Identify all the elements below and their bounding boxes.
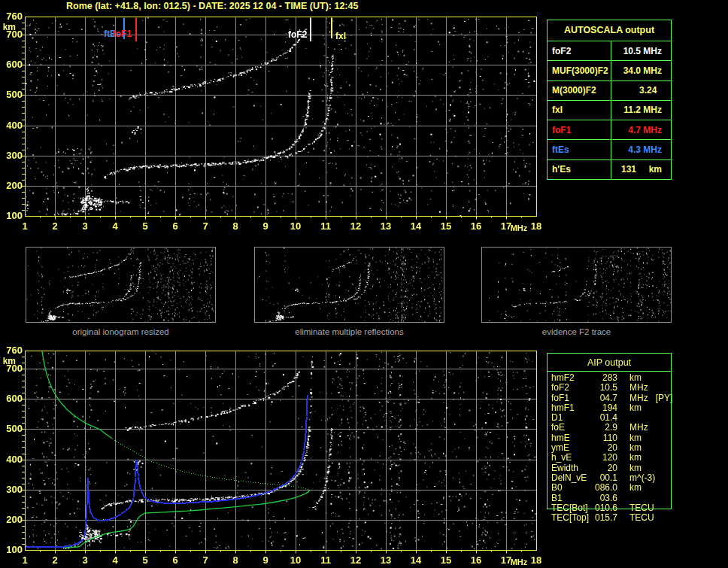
thumbnail-evidence-f2-trace: [481, 247, 672, 323]
aip-row-label: TEC[Bot]: [551, 503, 593, 513]
y-tick-label: 200: [0, 181, 23, 191]
aip-row-value: 20: [593, 463, 617, 473]
aip-row-label: DelN_vE: [551, 473, 593, 483]
autoscala-row-value: 34.0 MHz: [611, 61, 671, 80]
autoscala-row-value: 11.2 MHz: [611, 101, 671, 120]
y-tick-label: 400: [0, 454, 23, 465]
x-tick-label: 10: [284, 220, 307, 232]
thumbnail-caption: evidence F2 trace: [481, 327, 672, 336]
x-axis-unit-label: MHz: [505, 557, 532, 566]
y-tick-label: 600: [0, 59, 23, 70]
y-tick-label: 300: [0, 484, 23, 495]
y-tick-label: 100: [0, 545, 23, 555]
aip-row-unit: km: [629, 433, 642, 443]
aip-row-value: 015.7: [593, 513, 617, 523]
aip-row-value: 04.7: [593, 393, 617, 403]
thumbnail-caption: original ionogram resized: [26, 327, 216, 336]
aip-row-value: 086.0: [593, 483, 617, 493]
aip-row-label: TEC[Top]: [551, 513, 593, 523]
aip-row-value: 283: [593, 373, 617, 383]
x-tick-label: 5: [134, 220, 156, 232]
aip-row-label: ymE: [551, 443, 593, 453]
y-tick-label: 700: [0, 29, 23, 40]
aip-row-value: 03.6: [593, 494, 617, 503]
x-tick-label: 2: [44, 554, 66, 566]
aip-row-hmF1: hmF1194km: [551, 403, 670, 413]
y-axis-unit-label: km: [0, 356, 16, 366]
x-tick-label: 9: [254, 554, 277, 566]
aip-row-label: foE: [551, 423, 593, 433]
aip-row-unit: km: [629, 463, 642, 473]
x-tick-label: 3: [74, 220, 96, 232]
aip-row-unit: TECU: [629, 513, 654, 523]
x-tick-label: 14: [405, 554, 427, 566]
aip-table-rows: hmF2283kmfoF210.5MHzfoF104.7MHz[PY]hmF11…: [551, 373, 670, 523]
aip-row-unit: km: [629, 453, 642, 463]
x-tick-label: 18: [525, 220, 548, 232]
aip-row-label: B1: [551, 494, 593, 503]
x-tick-label: 2: [44, 220, 66, 232]
aip-row-label: hmF1: [551, 403, 593, 413]
autoscala-row-foF1: foF14.7 MHz: [548, 120, 671, 139]
x-tick-label: 13: [375, 554, 397, 566]
bottom-ionogram-plot: [20, 351, 539, 554]
x-tick-label: 8: [224, 554, 247, 566]
page-title: Rome (lat: +41.8, lon: 012.5) - DATE: 20…: [66, 1, 358, 11]
x-tick-label: 6: [164, 220, 187, 232]
aip-row-foF1: foF104.7MHz[PY]: [551, 393, 670, 403]
aip-row-label: hmF2: [551, 373, 593, 383]
aip-row-value: 2.9: [593, 423, 617, 433]
x-tick-label: 15: [435, 220, 457, 232]
aip-row-value: 10.5: [593, 383, 617, 393]
x-tick-label: 8: [224, 220, 247, 232]
aip-row-value: 00.1: [593, 473, 617, 483]
aip-row-Ewidth: Ewidth20km: [551, 463, 670, 473]
y-tick-label: 760: [0, 11, 23, 22]
aip-row-label: hmE: [551, 433, 593, 443]
x-tick-label: 9: [254, 220, 277, 232]
y-tick-label: 500: [0, 90, 23, 100]
autoscala-row-value: 4.7 MHz: [611, 120, 671, 139]
autoscala-row-label: foF2: [548, 41, 611, 60]
aip-row-DelN_vE: DelN_vE00.1m^(-3): [551, 473, 670, 483]
autoscala-row-label: ftEs: [548, 140, 611, 159]
x-tick-label: 1: [14, 554, 36, 566]
aip-row-TEC[Top]: TEC[Top]015.7TECU: [551, 513, 670, 523]
top-ionogram-plot: [20, 17, 539, 220]
autoscala-row-value: 10.5 MHz: [611, 41, 671, 60]
x-tick-label: 3: [74, 554, 96, 566]
x-tick-label: 16: [465, 220, 487, 232]
aip-row-unit: m^(-3): [629, 473, 655, 483]
y-axis-unit-label: km: [0, 22, 16, 32]
autoscala-row-fxI: fxI11.2 MHz: [548, 100, 671, 120]
aip-row-value: 01.4: [593, 413, 617, 423]
x-tick-label: 12: [344, 554, 367, 566]
x-axis-unit-label: MHz: [505, 223, 532, 232]
autoscala-row-MUF(3000)F2: MUF(3000)F234.0 MHz: [548, 60, 671, 80]
x-tick-label: 5: [134, 554, 156, 566]
aip-row-label: foF1: [551, 393, 593, 403]
x-tick-label: 17: [495, 554, 517, 566]
aip-row-label: D1: [551, 413, 593, 423]
aip-row-unit: km: [629, 373, 642, 383]
aip-row-value: 20: [593, 443, 617, 453]
x-tick-label: 18: [525, 554, 548, 566]
aip-row-value: 110: [593, 433, 617, 443]
aip-row-B1: B103.6: [551, 494, 670, 503]
autoscala-row-value: 131 km: [611, 160, 671, 179]
x-tick-label: 7: [194, 554, 217, 566]
aip-row-B0: B0086.0km: [551, 483, 670, 493]
aip-row-ymE: ymE20km: [551, 443, 670, 453]
thumbnail-caption: eliminate multiple reflections: [254, 327, 444, 336]
aip-row-hmE: hmE110km: [551, 433, 670, 443]
aip-row-unit: MHz: [629, 393, 648, 403]
thumbnail-eliminate-multiple-reflections: [254, 247, 444, 323]
y-tick-label: 500: [0, 424, 23, 434]
x-tick-label: 10: [284, 554, 307, 566]
autoscala-row-label: MUF(3000)F2: [548, 61, 611, 80]
x-tick-label: 11: [314, 554, 337, 566]
aip-row-h_vE: h_vE120km: [551, 453, 670, 463]
aip-row-unit: MHz: [629, 383, 648, 393]
y-tick-label: 100: [0, 211, 23, 221]
y-tick-label: 200: [0, 515, 23, 525]
